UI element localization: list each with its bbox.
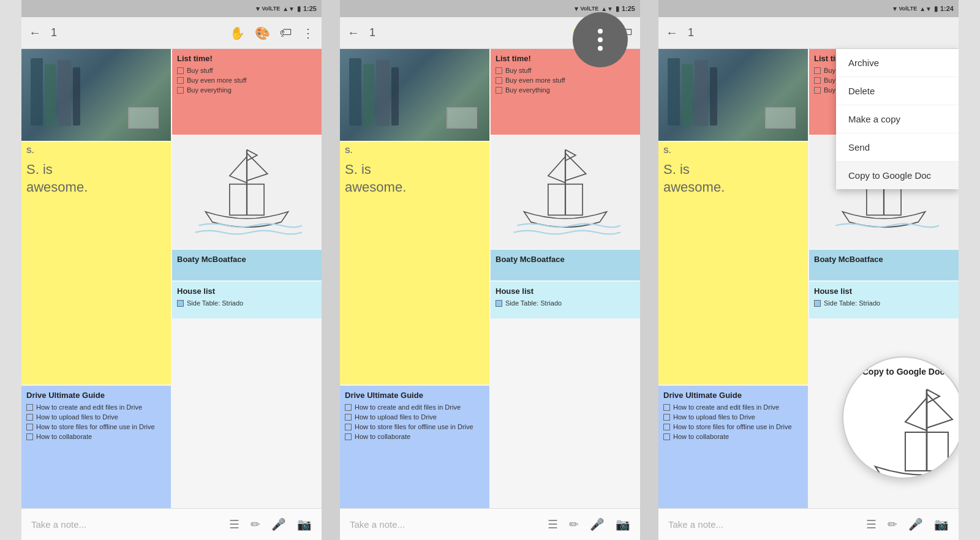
guide-item-3-1: How to upload files to Drive (658, 412, 808, 422)
toolbar-left-2: ← 1 (347, 26, 375, 40)
house-cb-2-0 (496, 300, 502, 307)
status-icons-1: ▾ VolLTE ▲▼ ▮ 1:25 (256, 5, 317, 13)
house-title-2: House list (491, 282, 640, 298)
svg-rect-1 (45, 64, 56, 126)
hand-icon-1[interactable]: ✋ (230, 26, 245, 40)
bottom-icons-1: ☰ ✏ 🎤 📷 (229, 517, 312, 531)
house-cb-3-0 (814, 300, 821, 307)
camera-icon-2[interactable]: 📷 (616, 517, 630, 531)
checkbox-3-2 (663, 424, 670, 430)
toolbar-left-3: ← 1 (666, 26, 694, 40)
palette-icon-1[interactable]: 🎨 (255, 26, 270, 40)
list-icon-3[interactable]: ☰ (866, 517, 876, 531)
list-note-1: List time! Buy stuff Buy even more stuff… (172, 49, 322, 135)
draw-icon-1[interactable]: ✏ (251, 517, 260, 531)
list-icon-1[interactable]: ☰ (229, 517, 239, 531)
list-item-2-2: Buy everything (491, 85, 640, 95)
notes-grid-2: S. S. isawesome. Drive Ultimate Guide Ho… (340, 49, 640, 508)
ship-magnified (858, 372, 959, 478)
guide-item-1-1: How to upload files to Drive (21, 412, 171, 422)
list-cb-2-0 (496, 67, 502, 74)
count-label-3: 1 (688, 26, 694, 39)
mic-icon-1[interactable]: 🎤 (271, 517, 286, 531)
checkbox-2-2 (345, 424, 352, 430)
guide-item-2-3: How to collaborate (340, 432, 489, 441)
boaty-title-1: Boaty McBoatface (172, 250, 322, 266)
checkbox-1-2 (26, 424, 33, 430)
bottom-bar-3: Take a note... ☰ ✏ 🎤 📷 (658, 508, 959, 540)
back-button-3[interactable]: ← (666, 26, 678, 40)
content-area-1: S. S. isawesome. Drive Ultimate Guide Ho… (21, 49, 322, 508)
back-button-2[interactable]: ← (347, 26, 360, 40)
more-options-fab[interactable] (573, 12, 628, 67)
list-item-2-1: Buy even more stuff (491, 75, 640, 85)
boaty-note-3: Boaty McBoatface (809, 250, 959, 280)
checkbox-1-1 (26, 414, 33, 421)
guide-item-3-2: How to store files for offline use in Dr… (658, 422, 808, 432)
camera-icon-1[interactable]: 📷 (297, 517, 312, 531)
stamp-3 (765, 107, 796, 129)
dropdown-copy-google-doc[interactable]: Copy to Google Doc (836, 162, 959, 189)
list-cb-2-2 (496, 87, 502, 94)
guide-note-1: Drive Ultimate Guide How to create and e… (21, 386, 171, 508)
house-item-3-0: Side Table: Striado (809, 298, 959, 308)
list-cb-1-1 (177, 77, 184, 84)
draw-icon-3[interactable]: ✏ (888, 517, 897, 531)
svg-rect-8 (376, 60, 390, 126)
checkbox-2-3 (345, 433, 352, 440)
photo-books-svg-3 (665, 55, 720, 129)
guide-item-2-0: How to create and edit files in Drive (340, 402, 489, 412)
guide-item-2-1: How to upload files to Drive (340, 412, 489, 422)
more-icon-1[interactable]: ⋮ (302, 26, 314, 40)
guide-item-2-2: How to store files for offline use in Dr… (340, 422, 489, 432)
count-label-1: 1 (51, 26, 57, 39)
yellow-note-2: S. S. isawesome. (340, 142, 489, 384)
list-icon-2[interactable]: ☰ (548, 517, 558, 531)
list-cb-1-2 (177, 87, 184, 94)
back-button-1[interactable]: ← (29, 26, 41, 40)
svg-rect-3 (73, 67, 80, 126)
list-cb-2-1 (496, 77, 502, 84)
right-col-1: List time! Buy stuff Buy even more stuff… (172, 49, 322, 508)
svg-rect-16 (695, 60, 708, 126)
boaty-title-3: Boaty McBoatface (809, 250, 959, 266)
separator-1-2 (322, 0, 340, 540)
dropdown-make-copy[interactable]: Make a copy (836, 105, 959, 133)
house-title-3: House list (809, 282, 959, 298)
stamp-1 (128, 107, 159, 129)
camera-icon-3[interactable]: 📷 (934, 517, 949, 531)
magnify-ship: Copy to Google Doc (843, 358, 959, 478)
list-title-1: List time! (172, 49, 322, 66)
status-bar-1: ▾ VolLTE ▲▼ ▮ 1:25 (21, 0, 322, 17)
house-item-1-0: Side Table: Striado (172, 298, 322, 308)
svg-rect-14 (668, 58, 680, 126)
toolbar-3: ← 1 Archive Delete Make a copy Send Copy… (658, 17, 959, 49)
count-label-2: 1 (369, 26, 375, 39)
mic-icon-3[interactable]: 🎤 (908, 517, 923, 531)
battery-icon-2: ▮ (616, 5, 619, 13)
mic-icon-2[interactable]: 🎤 (590, 517, 605, 531)
guide-title-2: Drive Ultimate Guide (340, 386, 489, 402)
lte-label: VolLTE (262, 6, 281, 12)
dropdown-delete[interactable]: Delete (836, 77, 959, 105)
magnify-circle: Copy to Google Doc (842, 356, 959, 479)
status-icons-3: ▾ VolLTE ▲▼ ▮ 1:24 (893, 5, 954, 13)
note-placeholder-1[interactable]: Take a note... (31, 519, 229, 530)
lte-label-3: VolLTE (899, 6, 918, 12)
guide-note-3: Drive Ultimate Guide How to create and e… (658, 386, 808, 508)
svg-rect-2 (58, 60, 71, 126)
label-icon-1[interactable]: 🏷 (280, 26, 292, 40)
guide-item-1-0: How to create and edit files in Drive (21, 402, 171, 412)
status-bar-3: ▾ VolLTE ▲▼ ▮ 1:24 (658, 0, 959, 17)
lte-label-2: VolLTE (581, 6, 599, 12)
checkbox-3-1 (663, 414, 670, 421)
dropdown-archive[interactable]: Archive (836, 49, 959, 77)
boaty-title-2: Boaty McBoatface (491, 250, 640, 266)
ship-svg-1 (172, 136, 322, 246)
dropdown-send[interactable]: Send (836, 133, 959, 162)
note-placeholder-3[interactable]: Take a note... (668, 519, 866, 530)
toolbar-left-1: ← 1 (29, 26, 57, 40)
draw-icon-2[interactable]: ✏ (569, 517, 579, 531)
checkbox-1-0 (26, 404, 33, 411)
note-placeholder-2[interactable]: Take a note... (350, 519, 548, 530)
